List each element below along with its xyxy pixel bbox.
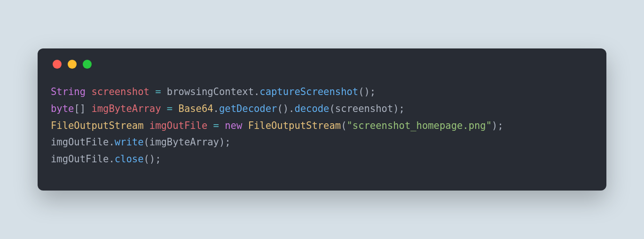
code-window: String screenshot = browsingContext.capt… xyxy=(38,48,606,191)
token-punct: ( xyxy=(329,103,335,114)
token-var: screenshot xyxy=(91,86,149,97)
token-punct: ); xyxy=(492,120,503,131)
token-op: = xyxy=(167,103,173,114)
code-line: imgOutFile.write(imgByteArray); xyxy=(51,134,593,151)
token-method: close xyxy=(115,153,144,165)
token-punct: ); xyxy=(219,136,231,148)
minimize-icon[interactable] xyxy=(68,60,77,69)
token-class: FileOutputStream xyxy=(248,120,341,131)
token-ident: screenshot xyxy=(335,103,393,114)
token-punct: (); xyxy=(358,86,376,97)
token-type: byte xyxy=(51,103,74,114)
token-punct: . xyxy=(109,136,114,148)
token-ident: browsingContext xyxy=(167,86,254,97)
token-class: FileOutputStream xyxy=(51,120,143,131)
token-method: write xyxy=(115,136,144,148)
token-ident: imgOutFile xyxy=(51,153,109,165)
token-punct: ); xyxy=(393,103,405,114)
token-var: imgByteArray xyxy=(91,103,161,114)
token-punct: . xyxy=(109,153,114,165)
token-punct: [] xyxy=(74,103,86,114)
token-op: = xyxy=(213,120,219,131)
code-line: FileOutputStream imgOutFile = new FileOu… xyxy=(51,118,593,135)
token-op: = xyxy=(155,86,161,97)
token-ident: imgByteArray xyxy=(149,136,219,148)
token-punct: ( xyxy=(341,120,346,131)
token-punct: . xyxy=(254,86,259,97)
token-ident: imgOutFile xyxy=(51,136,109,148)
code-block[interactable]: String screenshot = browsingContext.capt… xyxy=(51,84,593,168)
token-method: getDecoder xyxy=(219,103,277,114)
maximize-icon[interactable] xyxy=(83,60,92,69)
code-line: String screenshot = browsingContext.capt… xyxy=(51,84,593,101)
token-punct: (). xyxy=(277,103,294,114)
token-method: captureScreenshot xyxy=(259,86,358,97)
code-line: byte[] imgByteArray = Base64.getDecoder(… xyxy=(51,101,593,118)
token-method: decode xyxy=(294,103,329,114)
code-line: imgOutFile.close(); xyxy=(51,151,593,168)
token-punct: ( xyxy=(143,136,149,148)
traffic-lights xyxy=(53,60,593,69)
token-punct: (); xyxy=(143,153,161,165)
token-kw: new xyxy=(225,120,242,131)
token-punct: . xyxy=(213,103,219,114)
close-icon[interactable] xyxy=(53,60,62,69)
token-str: "screenshot_homepage.png" xyxy=(346,120,492,131)
token-type: String xyxy=(51,86,86,97)
token-obj: Base64 xyxy=(179,103,213,114)
token-var: imgOutFile xyxy=(149,120,207,131)
